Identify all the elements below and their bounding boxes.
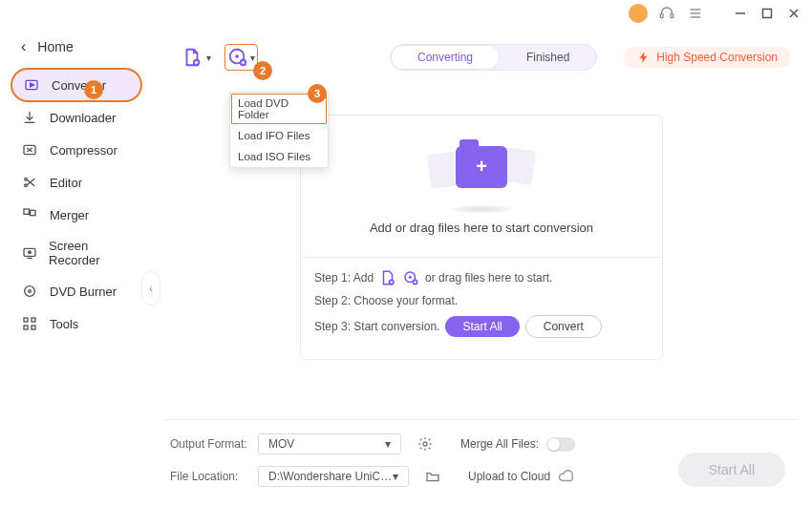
annotation-badge-2: 2	[253, 61, 272, 80]
file-location-label: File Location:	[170, 470, 248, 483]
cloud-icon[interactable]	[558, 468, 575, 485]
svg-rect-20	[24, 318, 28, 322]
open-folder-icon[interactable]	[424, 468, 441, 485]
tab-segment: Converting Finished	[390, 44, 597, 71]
chevron-down-icon: ▾	[206, 53, 211, 63]
svg-point-13	[25, 184, 28, 187]
footer: Output Format: MOV ▾ Merge All Files: Fi…	[164, 419, 799, 506]
drop-area[interactable]: + Add or drag files here to start conver…	[300, 115, 663, 360]
dropdown-item-load-iso-files[interactable]: Load ISO Files	[230, 146, 328, 167]
file-location-value: D:\Wondershare UniConverter 1	[268, 470, 393, 483]
output-format-label: Output Format:	[170, 437, 248, 451]
sidebar-item-downloader[interactable]: Downloader	[0, 101, 151, 134]
svg-marker-10	[31, 83, 34, 87]
converter-icon	[23, 76, 40, 94]
home-label: Home	[37, 39, 73, 54]
output-format-value: MOV	[268, 437, 294, 451]
sidebar-item-converter[interactable]: Converter	[11, 69, 141, 101]
file-location-select[interactable]: D:\Wondershare UniConverter 1 ▾	[258, 466, 409, 487]
scissors-icon	[21, 174, 38, 191]
tab-finished[interactable]: Finished	[500, 45, 596, 70]
svg-rect-15	[31, 210, 35, 215]
sidebar-item-dvd-burner[interactable]: DVD Burner	[0, 275, 151, 307]
svg-point-17	[28, 251, 31, 254]
annotation-badge-3: 3	[308, 84, 327, 103]
svg-point-19	[29, 290, 32, 293]
sidebar-item-editor[interactable]: Editor	[0, 166, 151, 199]
svg-point-32	[423, 442, 427, 446]
sidebar-item-merger[interactable]: Merger	[0, 199, 151, 231]
add-dvd-icon[interactable]	[402, 269, 419, 286]
convert-button[interactable]: Convert	[525, 315, 602, 338]
svg-rect-22	[24, 326, 28, 329]
disc-icon	[21, 283, 38, 300]
sidebar: ‹ Home Converter Downloader Compressor	[0, 27, 151, 506]
folder-illustration: +	[429, 138, 534, 207]
steps-panel: Step 1: Add or drag files here to start.…	[301, 257, 662, 359]
home-row[interactable]: ‹ Home	[0, 32, 151, 69]
chevron-down-icon: ▾	[250, 53, 255, 63]
chevron-down-icon: ▾	[385, 437, 391, 451]
step2: Step 2: Choose your format.	[314, 294, 458, 307]
annotation-badge-1: 1	[84, 80, 103, 99]
svg-rect-6	[763, 10, 772, 18]
titlebar	[0, 0, 812, 27]
high-speed-conversion[interactable]: High Speed Conversion	[624, 47, 791, 68]
sidebar-item-label: Compressor	[50, 143, 118, 158]
window-minimize[interactable]	[732, 5, 749, 22]
add-file-icon[interactable]	[379, 269, 396, 286]
load-dvd-dropdown: Load DVD Folder Load IFO Files Load ISO …	[229, 92, 329, 168]
sidebar-item-label: Downloader	[50, 111, 116, 125]
sidebar-item-compressor[interactable]: Compressor	[0, 134, 151, 166]
svg-point-18	[25, 286, 35, 297]
merge-toggle[interactable]	[546, 437, 575, 452]
high-speed-label: High Speed Conversion	[656, 51, 778, 64]
tab-converting[interactable]: Converting	[391, 45, 500, 70]
svg-rect-0	[660, 14, 663, 18]
sidebar-collapse-handle[interactable]: ‹	[141, 271, 160, 306]
start-all-button-small[interactable]: Start All	[445, 316, 519, 337]
sidebar-item-label: Screen Recorder	[49, 239, 138, 267]
chevron-down-icon: ▾	[393, 470, 398, 483]
svg-rect-14	[24, 209, 29, 214]
sidebar-item-label: Editor	[50, 176, 82, 190]
download-icon	[21, 109, 38, 126]
lightning-icon	[637, 51, 651, 64]
svg-rect-23	[32, 326, 35, 329]
svg-point-30	[409, 276, 412, 279]
svg-point-12	[25, 178, 28, 180]
settings-gear-icon[interactable]	[417, 435, 434, 453]
step1-pre: Step 1: Add	[314, 271, 374, 285]
sidebar-item-label: Tools	[50, 317, 78, 331]
drop-message: Add or drag files here to start conversi…	[370, 221, 593, 235]
menu-icon[interactable]	[686, 4, 705, 23]
merge-icon	[21, 206, 38, 223]
recorder-icon	[21, 244, 37, 262]
back-icon[interactable]: ‹	[21, 38, 26, 55]
sidebar-item-screen-recorder[interactable]: Screen Recorder	[0, 231, 151, 275]
svg-point-26	[235, 54, 239, 58]
window-close[interactable]	[785, 5, 802, 22]
output-format-select[interactable]: MOV ▾	[258, 433, 401, 454]
compress-icon	[21, 141, 38, 158]
add-file-button[interactable]: ▾	[182, 47, 211, 68]
dropdown-item-load-ifo-files[interactable]: Load IFO Files	[230, 125, 328, 146]
start-all-button[interactable]: Start All	[678, 453, 785, 487]
sidebar-item-label: DVD Burner	[50, 285, 117, 299]
sidebar-item-tools[interactable]: Tools	[0, 307, 151, 340]
step3: Step 3: Start conversion.	[314, 320, 439, 333]
merge-label: Merge All Files:	[460, 437, 539, 451]
step1-post: or drag files here to start.	[425, 271, 552, 285]
grid-icon	[21, 315, 38, 332]
svg-rect-1	[671, 14, 673, 18]
avatar[interactable]	[629, 4, 648, 23]
headset-icon[interactable]	[657, 4, 676, 23]
svg-rect-21	[32, 318, 35, 322]
sidebar-item-label: Merger	[50, 208, 89, 222]
upload-label: Upload to Cloud	[468, 470, 550, 483]
add-folder-icon: +	[456, 146, 507, 188]
window-maximize[interactable]	[759, 5, 776, 22]
